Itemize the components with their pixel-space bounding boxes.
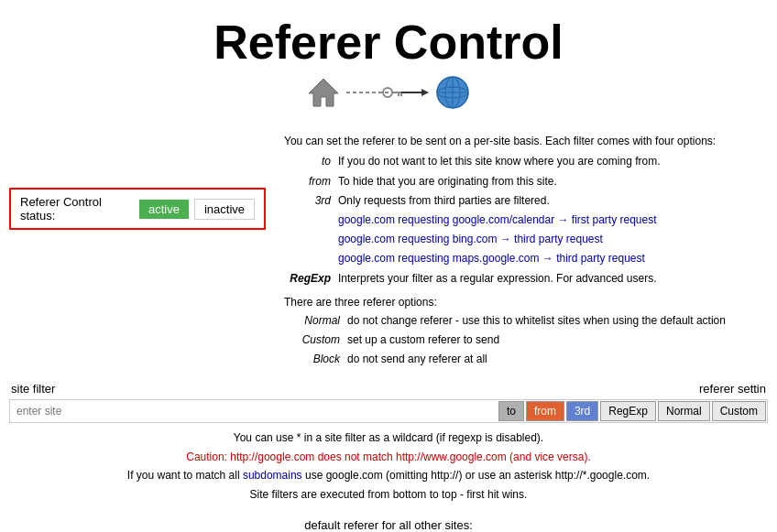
info-key-3rd: 3rd xyxy=(284,191,334,211)
globe-icon xyxy=(434,74,471,111)
header-icons xyxy=(0,74,777,111)
info-key-regexp: RegExp xyxy=(284,269,334,288)
svg-marker-7 xyxy=(421,89,429,96)
filter-section: site filter referer settin to from 3rd R… xyxy=(0,382,777,504)
info-val-regexp: Interprets your filter as a regular expr… xyxy=(334,269,768,288)
filter-info-line4: Site filters are executed from bottom to… xyxy=(9,485,768,504)
info-val-from: To hide that you are originating from th… xyxy=(334,172,768,191)
site-input[interactable] xyxy=(11,402,497,420)
option-row-custom: Custom set up a custom referer to send xyxy=(284,331,768,350)
filter-info: You can use * in a site filter as a wild… xyxy=(9,429,768,504)
filter-info-subdomains-link[interactable]: subdomains xyxy=(243,469,302,482)
options-intro: There are three referer options: xyxy=(284,294,768,311)
btn-3rd[interactable]: 3rd xyxy=(566,401,598,421)
info-row-ex2: google.com requesting bing.com → third p… xyxy=(284,230,768,249)
option-row-normal: Normal do not change referer - use this … xyxy=(284,311,768,331)
filter-info-line3-mid: use google.com (omitting http://) or use… xyxy=(302,469,651,482)
option-val-normal: do not change referer - use this to whit… xyxy=(344,311,768,331)
active-button[interactable]: active xyxy=(139,200,189,219)
inactive-button[interactable]: inactive xyxy=(194,199,255,220)
info-row-regexp: RegExp Interprets your filter as a regul… xyxy=(284,269,768,288)
left-panel: Referer Control status: active inactive xyxy=(9,133,275,369)
info-table: to If you do not want to let this site k… xyxy=(284,152,768,288)
filter-info-line3-pre: If you want to match all xyxy=(127,469,243,482)
info-key-ex1 xyxy=(284,211,334,230)
btn-to[interactable]: to xyxy=(498,401,524,421)
main-content: Referer Control status: active inactive … xyxy=(0,133,777,369)
btn-custom[interactable]: Custom xyxy=(712,401,766,421)
status-box: Referer Control status: active inactive xyxy=(9,188,266,230)
info-val-to: If you do not want to let this site know… xyxy=(334,152,768,171)
info-key-to: to xyxy=(284,152,334,171)
filter-header: site filter referer settin xyxy=(9,382,768,396)
option-key-custom: Custom xyxy=(284,331,344,350)
arrow-line xyxy=(346,80,429,105)
option-key-normal: Normal xyxy=(284,311,344,331)
info-row-ex1: google.com requesting google.com/calenda… xyxy=(284,211,768,230)
default-referer-label: default referer for all other sites: xyxy=(9,518,768,532)
info-val-ex2: google.com requesting bing.com → third p… xyxy=(334,230,768,249)
svg-marker-0 xyxy=(309,79,338,106)
info-key-from: from xyxy=(284,172,334,191)
info-val-ex3: google.com requesting maps.google.com → … xyxy=(334,249,768,268)
info-text: You can set the referer to be sent on a … xyxy=(284,133,768,369)
option-val-block: do not send any referer at all xyxy=(344,350,768,369)
btn-normal[interactable]: Normal xyxy=(658,401,710,421)
info-key-ex2 xyxy=(284,230,334,249)
btn-from[interactable]: from xyxy=(526,401,564,421)
info-row-3rd: 3rd Only requests from third parties are… xyxy=(284,191,768,211)
option-val-custom: set up a custom referer to send xyxy=(344,331,768,350)
info-intro: You can set the referer to be sent on a … xyxy=(284,133,768,150)
page-title: Referer Control xyxy=(0,16,777,69)
filter-info-caution: Caution: http://google.com does not matc… xyxy=(9,448,768,466)
filter-row: to from 3rd RegExp Normal Custom xyxy=(9,399,768,423)
info-val-ex1: google.com requesting google.com/calenda… xyxy=(334,211,768,230)
site-filter-label: site filter xyxy=(11,382,55,396)
section-options: There are three referer options: Normal … xyxy=(284,294,768,370)
info-row-to: to If you do not want to let this site k… xyxy=(284,152,768,171)
info-row-ex3: google.com requesting maps.google.com → … xyxy=(284,249,768,268)
referer-header-label: referer settin xyxy=(699,382,766,396)
info-val-3rd: Only requests from third parties are fil… xyxy=(334,191,768,211)
default-section: default referer for all other sites: Nor… xyxy=(0,518,777,532)
filter-info-line1: You can use * in a site filter as a wild… xyxy=(9,429,768,447)
option-row-block: Block do not send any referer at all xyxy=(284,350,768,369)
house-icon xyxy=(306,75,341,110)
info-row-from: from To hide that you are originating fr… xyxy=(284,172,768,191)
page-header: Referer Control xyxy=(0,0,777,133)
status-label: Referer Control status: xyxy=(20,195,130,223)
right-panel: You can set the referer to be sent on a … xyxy=(275,133,768,369)
option-key-block: Block xyxy=(284,350,344,369)
filter-info-line3: If you want to match all subdomains use … xyxy=(9,466,768,484)
options-table: Normal do not change referer - use this … xyxy=(284,311,768,370)
info-key-ex3 xyxy=(284,249,334,268)
btn-regexp[interactable]: RegExp xyxy=(600,401,656,421)
